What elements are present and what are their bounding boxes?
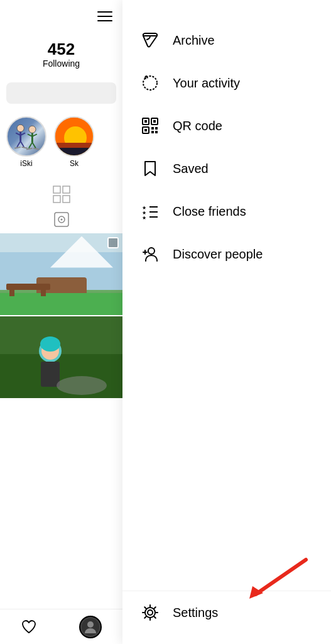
qr-icon xyxy=(140,116,160,136)
heart-icon[interactable] xyxy=(21,619,37,635)
saved-label: Saved xyxy=(173,162,209,176)
photo-park xyxy=(0,233,122,315)
highlight-item-iski[interactable]: iSki xyxy=(6,116,46,168)
svg-text:★: ★ xyxy=(142,215,146,221)
hamburger-area xyxy=(0,0,122,28)
svg-point-26 xyxy=(60,218,62,220)
highlight-row: iSki Sk xyxy=(0,111,122,173)
svg-rect-30 xyxy=(41,362,60,387)
right-panel: Archive Your activity xyxy=(122,0,331,644)
svg-point-58 xyxy=(148,610,153,615)
svg-point-8 xyxy=(29,126,36,133)
highlight-label-sk: Sk xyxy=(70,159,79,168)
svg-rect-43 xyxy=(151,127,154,130)
activity-icon xyxy=(140,73,160,93)
highlight-circle-iski xyxy=(6,116,46,157)
following-count: 452 xyxy=(48,40,75,58)
svg-line-56 xyxy=(256,560,306,594)
your-activity-label: Your activity xyxy=(173,76,240,91)
discover-people-label: Discover people xyxy=(173,247,263,262)
svg-marker-57 xyxy=(249,586,263,599)
archive-icon xyxy=(140,30,160,50)
highlight-item-sk[interactable]: Sk xyxy=(54,116,94,168)
tagged-icon xyxy=(53,211,70,228)
menu-item-your-activity[interactable]: Your activity xyxy=(122,62,331,104)
hamburger-button[interactable] xyxy=(97,11,112,21)
photo-person xyxy=(0,316,122,398)
grid-view-icon xyxy=(53,186,70,203)
svg-rect-44 xyxy=(155,127,158,130)
search-bar[interactable] xyxy=(6,82,116,104)
bottom-nav-left xyxy=(0,609,122,644)
svg-point-59 xyxy=(145,608,155,618)
svg-rect-45 xyxy=(151,131,154,133)
svg-line-4 xyxy=(17,141,21,147)
svg-rect-23 xyxy=(63,196,70,203)
svg-rect-28 xyxy=(0,354,122,398)
svg-rect-38 xyxy=(144,120,147,123)
svg-line-13 xyxy=(32,142,36,148)
close-friends-label: Close friends xyxy=(173,204,246,219)
menu-item-archive[interactable]: Archive xyxy=(122,19,331,62)
menu-item-close-friends[interactable]: ★ ★ ★ Close friends xyxy=(122,190,331,233)
settings-icon xyxy=(140,602,160,623)
menu-item-discover-people[interactable]: Discover people xyxy=(122,233,331,275)
archive-label: Archive xyxy=(173,33,215,48)
qr-code-label: QR code xyxy=(173,119,222,133)
menu-item-saved[interactable]: Saved xyxy=(122,147,331,190)
profile-stats: 452 Following xyxy=(0,28,122,75)
menu-item-qr-code[interactable]: QR code xyxy=(122,104,331,147)
svg-line-12 xyxy=(29,142,33,148)
close-friends-icon: ★ ★ ★ xyxy=(140,201,160,221)
grid-icon-area xyxy=(0,173,122,208)
svg-line-6 xyxy=(14,147,20,148)
saved-icon xyxy=(140,158,160,179)
following-label: Following xyxy=(43,58,80,69)
svg-point-33 xyxy=(57,376,107,395)
profile-nav-icon[interactable] xyxy=(79,616,102,638)
red-arrow xyxy=(218,553,318,606)
highlight-label-iski: iSki xyxy=(20,159,32,168)
svg-rect-20 xyxy=(53,186,60,193)
left-panel: 452 Following xyxy=(0,0,122,644)
svg-point-53 xyxy=(148,248,155,254)
svg-line-7 xyxy=(22,147,28,148)
highlight-circle-sk xyxy=(54,116,94,157)
svg-rect-46 xyxy=(155,131,158,133)
svg-point-0 xyxy=(17,125,24,131)
svg-rect-22 xyxy=(53,196,60,203)
svg-rect-21 xyxy=(63,186,70,193)
svg-point-32 xyxy=(40,336,60,352)
svg-line-5 xyxy=(21,141,24,147)
menu-items: Archive Your activity xyxy=(122,0,331,305)
settings-label: Settings xyxy=(173,606,218,620)
svg-line-15 xyxy=(33,148,39,149)
svg-rect-19 xyxy=(55,143,94,148)
svg-rect-42 xyxy=(144,129,147,131)
svg-point-35 xyxy=(87,621,94,628)
svg-rect-40 xyxy=(153,120,156,123)
photo-grid xyxy=(0,233,122,398)
discover-icon xyxy=(140,244,160,264)
